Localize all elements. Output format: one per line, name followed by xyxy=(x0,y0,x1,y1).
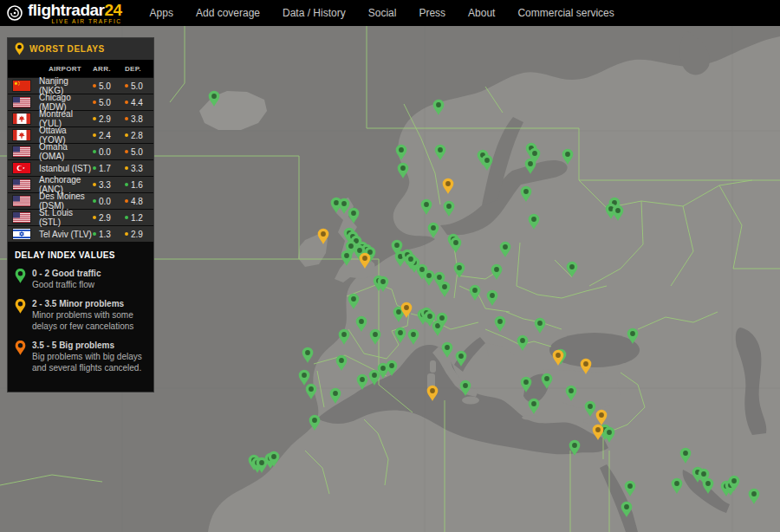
departure-delay-value: 5.0 xyxy=(125,147,153,157)
flightradar24-logo[interactable]: flightradar24 LIVE AIR TRAFFIC xyxy=(0,2,122,25)
departure-delay-value: 5.0 xyxy=(125,81,153,91)
airport-name: Istanbul (IST) xyxy=(37,164,93,173)
brand-name: flightradar xyxy=(28,1,104,19)
delay-row-nanjing-nkg[interactable]: Nanjing (NKG)5.05.0 xyxy=(8,77,153,94)
legend-items: 0 - 2 Good trafficGood traffic flow2 - 3… xyxy=(15,268,146,373)
departure-delay-dot xyxy=(125,101,128,104)
departure-delay-value: 1.6 xyxy=(125,180,153,190)
legend-item-desc: Good traffic flow xyxy=(32,279,101,290)
flag-us-icon xyxy=(8,146,37,157)
arrival-delay-dot xyxy=(93,183,96,186)
flag-us-icon xyxy=(8,212,37,223)
legend-item-desc: Big problems with big delays and several… xyxy=(32,351,146,373)
delay-row-montreal-yul[interactable]: Montreal (YUL)2.93.8 xyxy=(8,110,153,127)
airport-name: St. Louis (STL) xyxy=(37,208,93,227)
nav-item-press[interactable]: Press xyxy=(419,7,445,19)
flag-ca-icon xyxy=(8,114,37,124)
arrival-delay-value: 2.4 xyxy=(93,131,125,140)
legend-item-title: 3.5 - 5 Big problems xyxy=(32,340,146,351)
departure-delay-dot xyxy=(125,84,128,88)
delays-table-header: AIRPORT ARR. DEP. xyxy=(8,61,153,77)
departure-delay-value: 3.8 xyxy=(125,114,153,124)
main-nav: AppsAdd coverageData / HistorySocialPres… xyxy=(150,7,614,19)
legend-item-desc: Minor problems with some delays or few c… xyxy=(32,309,146,332)
nav-item-social[interactable]: Social xyxy=(368,7,397,19)
delay-row-chicago-mdw[interactable]: Chicago (MDW)5.04.4 xyxy=(8,94,153,110)
arrival-delay-value: 1.7 xyxy=(93,164,125,173)
legend-item-good: 0 - 2 Good trafficGood traffic flow xyxy=(15,268,146,290)
airport-name: Tel Aviv (TLV) xyxy=(37,230,93,239)
legend-item-big: 3.5 - 5 Big problemsBig problems with bi… xyxy=(15,340,146,373)
arrival-delay-dot xyxy=(93,199,96,203)
brand-text: flightradar24 LIVE AIR TRAFFIC xyxy=(28,2,122,25)
delay-row-istanbul-ist[interactable]: Istanbul (IST)1.73.3 xyxy=(8,159,153,176)
departure-delay-dot xyxy=(125,232,128,236)
arrival-delay-value: 0.0 xyxy=(93,147,125,157)
map-land-corsica xyxy=(430,360,436,373)
map-land-sicily xyxy=(462,397,479,405)
top-navigation-bar: flightradar24 LIVE AIR TRAFFIC AppsAdd c… xyxy=(0,0,780,26)
departure-delay-dot xyxy=(125,216,128,219)
arrival-delay-dot xyxy=(93,101,96,104)
brand-tagline: LIVE AIR TRAFFIC xyxy=(28,19,122,25)
nav-item-apps[interactable]: Apps xyxy=(150,7,173,19)
delay-row-tel-aviv-tlv[interactable]: Tel Aviv (TLV)1.32.9 xyxy=(8,225,153,242)
arrival-delay-value: 5.0 xyxy=(93,98,125,107)
departure-delay-value: 4.4 xyxy=(125,98,153,107)
departure-delay-dot xyxy=(125,117,128,120)
legend-pin-minor-icon xyxy=(15,299,26,314)
flag-tr-icon xyxy=(8,163,37,173)
arrival-delay-dot xyxy=(93,150,96,153)
delay-row-omaha-oma[interactable]: Omaha (OMA)0.05.0 xyxy=(8,143,153,159)
col-airport: AIRPORT xyxy=(37,65,93,73)
nav-item-add-coverage[interactable]: Add coverage xyxy=(196,7,260,19)
arrival-delay-value: 0.0 xyxy=(93,197,125,206)
arrival-delay-dot xyxy=(93,133,96,137)
brand-suffix: 24 xyxy=(104,1,121,19)
flag-il-icon xyxy=(8,229,37,239)
flag-cn-icon xyxy=(8,81,37,91)
arrival-delay-dot xyxy=(93,117,96,120)
departure-delay-value: 2.8 xyxy=(125,131,153,140)
delay-row-ottawa-yow[interactable]: Ottawa (YOW)2.42.8 xyxy=(8,127,153,143)
departure-delay-value: 3.3 xyxy=(125,164,153,173)
nav-item-data-history[interactable]: Data / History xyxy=(283,7,346,19)
arrival-delay-value: 3.3 xyxy=(93,180,125,190)
worst-delays-title: WORST DELAYS xyxy=(29,44,105,54)
col-arr: ARR. xyxy=(93,65,125,73)
arrival-delay-value: 1.3 xyxy=(93,230,125,239)
departure-delay-dot xyxy=(125,166,128,170)
legend-item-title: 2 - 3.5 Minor problems xyxy=(32,298,146,309)
delay-index-legend: DELAY INDEX VALUES 0 - 2 Good trafficGoo… xyxy=(8,242,153,392)
delay-row-anchorage-anc[interactable]: Anchorage (ANC)3.31.6 xyxy=(8,176,153,192)
nav-item-about[interactable]: About xyxy=(468,7,495,19)
arrival-delay-dot xyxy=(93,84,96,88)
arrival-delay-value: 2.9 xyxy=(93,213,125,223)
worst-delays-header: WORST DELAYS xyxy=(8,38,153,61)
flag-us-icon xyxy=(8,179,37,190)
flag-us-icon xyxy=(8,97,37,107)
delay-row-st-louis-stl[interactable]: St. Louis (STL)2.91.2 xyxy=(8,209,153,225)
arrival-delay-value: 5.0 xyxy=(93,81,125,91)
departure-delay-value: 1.2 xyxy=(125,213,153,223)
map-land-crete xyxy=(522,415,539,420)
delay-row-des-moines-dsm[interactable]: Des Moines (DSM)0.04.8 xyxy=(8,192,153,209)
departure-delay-dot xyxy=(125,199,128,203)
delays-table-body: Nanjing (NKG)5.05.0 Chicago (MDW)5.04.4 … xyxy=(8,77,153,242)
legend-pin-good-icon xyxy=(15,269,26,283)
nav-item-commercial-services[interactable]: Commercial services xyxy=(517,7,614,19)
departure-delay-dot xyxy=(125,133,128,137)
flag-us-icon xyxy=(8,196,37,206)
flightradar24-page: flightradar24 LIVE AIR TRAFFIC AppsAdd c… xyxy=(0,0,780,532)
legend-title: DELAY INDEX VALUES xyxy=(15,250,146,260)
airport-name: Omaha (OMA) xyxy=(37,142,93,161)
map-land-cyprus xyxy=(583,418,595,423)
arrival-delay-dot xyxy=(93,216,96,219)
arrival-delay-dot xyxy=(93,232,96,236)
flag-ca-icon xyxy=(8,130,37,140)
radar-icon xyxy=(6,4,23,22)
delay-pin-icon xyxy=(15,42,24,55)
legend-item-title: 0 - 2 Good traffic xyxy=(32,268,101,279)
legend-pin-big-icon xyxy=(15,341,26,355)
departure-delay-dot xyxy=(125,150,128,153)
